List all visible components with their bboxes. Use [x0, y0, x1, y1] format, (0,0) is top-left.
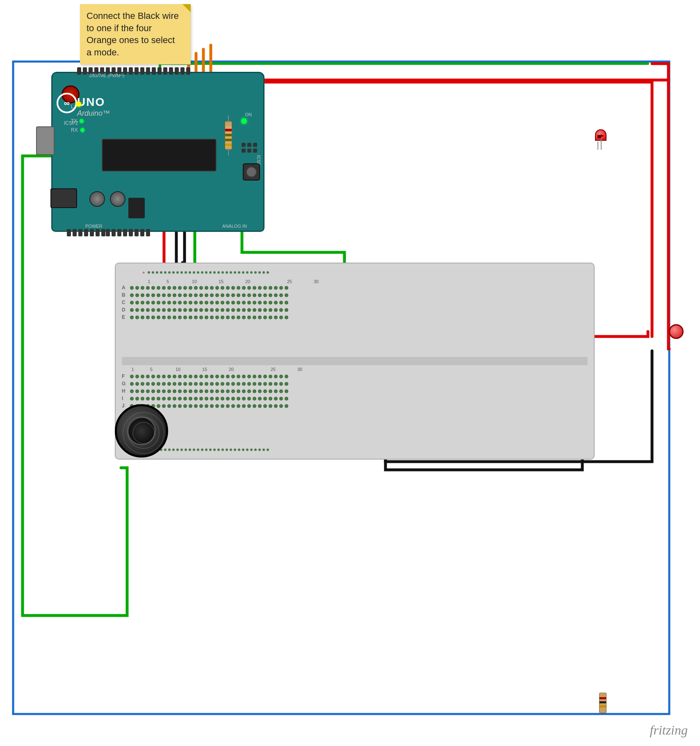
usb-connector	[36, 126, 55, 155]
icsp-header	[242, 143, 257, 153]
row-e: E	[122, 314, 588, 320]
row-f: F	[122, 373, 588, 379]
row-d: D	[122, 307, 588, 313]
on-led	[241, 118, 247, 124]
main-chip	[102, 139, 217, 172]
on-label: ON	[245, 112, 252, 117]
arduino-logo: ∞	[57, 93, 77, 113]
rx-label: RX	[71, 127, 78, 133]
row-g: G	[122, 381, 588, 387]
led-external	[669, 324, 684, 339]
power-pin-header	[67, 229, 105, 236]
breadboard-top-half: A	[122, 285, 588, 322]
col-numbers-bottom: 1 5 10 15 20 25 30	[130, 367, 588, 372]
fritzing-watermark: fritzing	[650, 723, 688, 738]
led-component	[595, 125, 607, 150]
breadboard-bottom-half: 1 5 10 15 20 25 30 F G H	[122, 367, 588, 410]
rail-top-red: +	[142, 269, 584, 276]
rail-bottom-red: +	[142, 446, 584, 453]
bb-center-divider	[122, 357, 588, 365]
row-b: B	[122, 292, 588, 298]
capacitor-1	[89, 191, 105, 207]
l-led	[76, 102, 81, 107]
power-label: POWER	[85, 224, 103, 229]
tx-label: TX	[71, 118, 77, 124]
buzzer	[115, 404, 168, 458]
digital-label: DIGITAL (PWM~)	[89, 73, 124, 78]
sticky-note-line2: to one if the four	[87, 23, 152, 33]
sticky-note-line1: Connect the Black wire	[87, 11, 179, 21]
row-a: A	[122, 285, 588, 291]
tx-rx-group: TX RX	[71, 118, 84, 133]
arduino-board: ICSP2 DIGITAL (PWM~) ∞ UNO Arduino™ L TX…	[51, 72, 264, 232]
svg-rect-5	[597, 135, 601, 138]
resistor-2	[599, 693, 607, 713]
voltage-regulator	[128, 198, 145, 218]
arduino-uno-label: UNO	[77, 96, 105, 109]
svg-point-9	[133, 422, 154, 444]
breadboard: + 1 5 10 15 20 2	[115, 263, 595, 460]
sticky-note: Connect the Black wire to one if the fou…	[80, 4, 191, 64]
sticky-note-line3: Orange ones to select	[87, 35, 175, 45]
row-h: H	[122, 388, 588, 394]
tactile-button[interactable]	[243, 163, 260, 181]
l-led-label: L	[71, 104, 74, 110]
row-j: J	[122, 403, 588, 409]
col-numbers-top: 1 5 10 15 20 25 30	[146, 279, 327, 284]
row-c: C	[122, 300, 588, 305]
power-jack	[50, 188, 77, 208]
rx-led	[80, 128, 84, 132]
resistor-1	[225, 121, 232, 150]
svg-marker-6	[601, 134, 604, 137]
capacitor-2	[110, 191, 125, 207]
tx-led	[80, 119, 84, 123]
svg-point-7	[123, 412, 164, 453]
arduino-brand: Arduino™	[77, 109, 110, 118]
sticky-note-line4: a mode.	[87, 47, 119, 57]
analog-label: ANALOG IN	[222, 224, 247, 229]
row-i: I	[122, 396, 588, 401]
analog-pin-header	[106, 229, 150, 236]
